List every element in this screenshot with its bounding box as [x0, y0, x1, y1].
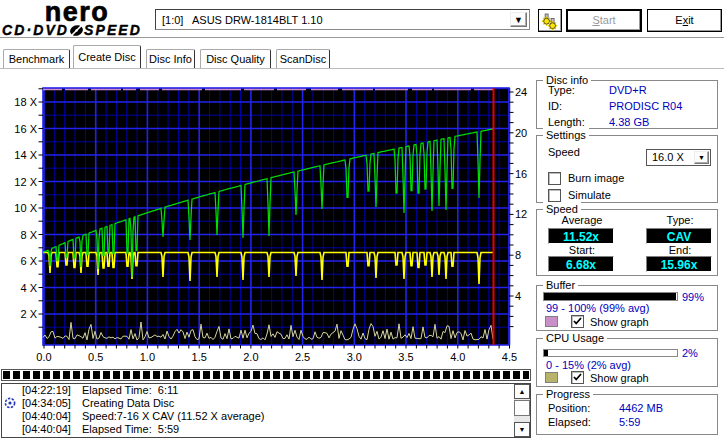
svg-text:12: 12: [515, 208, 527, 220]
svg-text:4 X: 4 X: [20, 282, 37, 294]
svg-text:16 X: 16 X: [14, 123, 37, 135]
svg-text:1.0: 1.0: [140, 351, 155, 363]
svg-text:8 X: 8 X: [20, 229, 37, 241]
svg-text:4: 4: [515, 290, 521, 302]
svg-text:18 X: 18 X: [14, 96, 37, 108]
svg-text:2.5: 2.5: [295, 351, 310, 363]
svg-text:3.0: 3.0: [347, 351, 362, 363]
svg-text:3.5: 3.5: [398, 351, 413, 363]
svg-text:6 X: 6 X: [20, 255, 37, 267]
svg-text:10 X: 10 X: [14, 202, 37, 214]
svg-text:24: 24: [515, 86, 527, 98]
svg-text:0.5: 0.5: [88, 351, 103, 363]
svg-text:1.5: 1.5: [192, 351, 207, 363]
svg-text:14 X: 14 X: [14, 149, 37, 161]
svg-text:2.0: 2.0: [243, 351, 258, 363]
svg-text:4.0: 4.0: [450, 351, 465, 363]
svg-text:4.5: 4.5: [502, 351, 517, 363]
svg-text:16: 16: [515, 168, 527, 180]
svg-text:0.0: 0.0: [36, 351, 51, 363]
svg-text:8: 8: [515, 249, 521, 261]
svg-text:2 X: 2 X: [20, 308, 37, 320]
svg-text:20: 20: [515, 127, 527, 139]
svg-text:12 X: 12 X: [14, 176, 37, 188]
